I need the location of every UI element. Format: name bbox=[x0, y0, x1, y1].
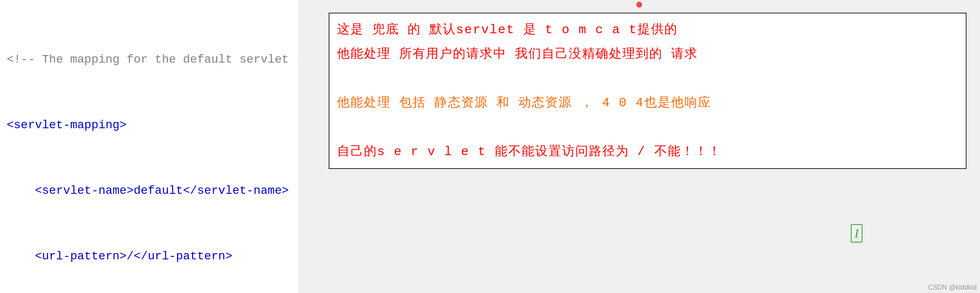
xml-tag-2: <servlet-name>default</servlet-name> bbox=[7, 184, 289, 197]
cursor-indicator: I bbox=[851, 224, 862, 243]
dot-indicator bbox=[636, 2, 642, 8]
xml-tag-1: <servlet-mapping> bbox=[7, 119, 127, 132]
annotation-line-2: 他能处理 所有用户的请求中 我们自己没精确处理到的 请求 bbox=[337, 42, 958, 66]
watermark: CSDN @klddkid bbox=[928, 284, 977, 291]
code-line-1: <!-- The mapping for the default servlet… bbox=[7, 49, 291, 71]
code-line-2: <servlet-mapping> bbox=[7, 114, 291, 136]
annotation-line-5 bbox=[337, 115, 958, 140]
annotation-line-1: 这是 兜底 的 默认servlet 是 t o m c a t提供的 bbox=[337, 18, 958, 42]
xml-tag-3: <url-pattern>/</url-pattern> bbox=[7, 250, 233, 263]
code-line-3: <servlet-name>default</servlet-name> bbox=[7, 180, 291, 202]
annotation-box: 这是 兜底 的 默认servlet 是 t o m c a t提供的 他能处理 … bbox=[329, 13, 967, 169]
annotation-line-4: 他能处理 包括 静态资源 和 动态资源 ， 4 0 4也是他响应 bbox=[337, 91, 958, 115]
annotation-line-6: 自己的s e r v l e t 能不能设置访问路径为 / 不能！！！ bbox=[337, 140, 958, 164]
annotation-line-3 bbox=[337, 66, 958, 91]
code-editor-left: <!-- The mapping for the default servlet… bbox=[0, 0, 298, 293]
code-line-4: <url-pattern>/</url-pattern> bbox=[7, 245, 291, 267]
xml-comment-1: <!-- The mapping for the default servlet… bbox=[7, 53, 317, 66]
annotation-panel: 这是 兜底 的 默认servlet 是 t o m c a t提供的 他能处理 … bbox=[298, 0, 980, 293]
